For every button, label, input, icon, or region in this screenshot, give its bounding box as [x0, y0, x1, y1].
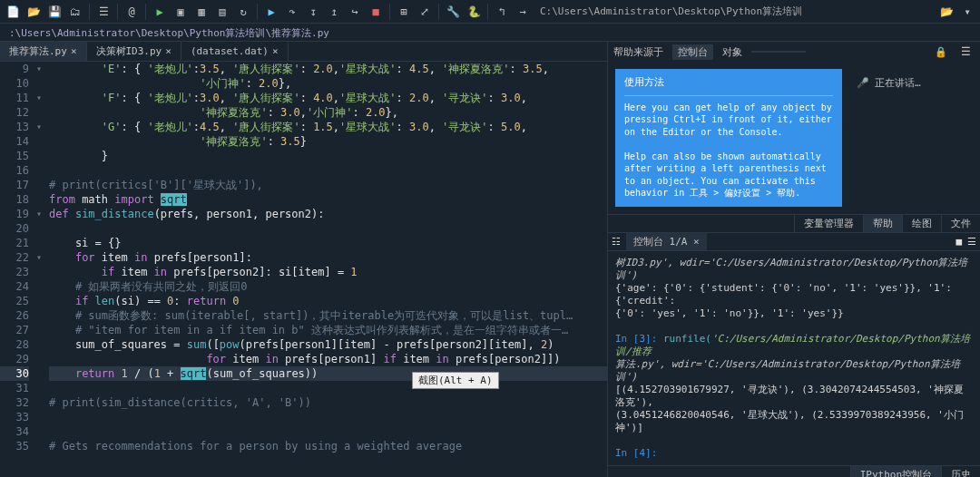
- toolbar-path[interactable]: C:\Users\Administrator\Desktop\Python算法培…: [534, 5, 802, 18]
- fold-column[interactable]: ▾▾▾▾▾: [33, 62, 45, 477]
- console-stop-icon[interactable]: ■: [956, 236, 962, 248]
- help-tab-vars[interactable]: 变量管理器: [794, 215, 863, 232]
- browse-icon[interactable]: 📂: [937, 3, 956, 21]
- rerun-icon[interactable]: ↻: [234, 3, 252, 21]
- code-editor[interactable]: 9101112131415161718192021222324252627282…: [0, 62, 607, 477]
- save-icon[interactable]: 💾: [45, 3, 64, 21]
- run-icon[interactable]: ▶: [151, 3, 169, 21]
- help-header: 帮助来源于 控制台 对象 🔒 ☰: [608, 42, 980, 62]
- help-source-dd[interactable]: 控制台: [672, 44, 713, 60]
- step-over-icon[interactable]: ↷: [283, 3, 301, 21]
- console-collapse-icon[interactable]: ☷: [612, 236, 621, 248]
- close-icon[interactable]: ×: [165, 45, 172, 57]
- cwd-dd-icon[interactable]: ▾: [958, 3, 976, 21]
- close-icon[interactable]: ×: [272, 45, 279, 57]
- mic-icon: 🎤: [857, 77, 869, 89]
- console-panel: ☷ 控制台 1/A × ■ ☰ 树ID3.py', wdir='C:/Users…: [608, 233, 980, 477]
- stop-icon[interactable]: ■: [367, 3, 385, 21]
- close-icon[interactable]: ×: [71, 45, 77, 57]
- help-panel: 帮助来源于 控制台 对象 🔒 ☰ 使用方法 Here you can get h…: [608, 42, 980, 233]
- file-tab-label: 决策树ID3.py: [96, 44, 162, 58]
- debug-icon[interactable]: ▶: [262, 3, 280, 21]
- run-selection-icon[interactable]: ▤: [213, 3, 231, 21]
- tab-file-1[interactable]: 决策树ID3.py ×: [87, 42, 181, 61]
- new-file-icon[interactable]: 📄: [4, 3, 22, 21]
- help-tab-files[interactable]: 文件: [941, 215, 980, 232]
- console-tabs: ☷ 控制台 1/A × ■ ☰: [608, 233, 980, 251]
- console-btab-history[interactable]: 历史: [941, 466, 980, 477]
- switcher-icon[interactable]: ☰: [94, 3, 113, 21]
- gutter: 9101112131415161718192021222324252627282…: [0, 62, 33, 477]
- help-content: 使用方法 Here you can get help of any object…: [615, 69, 842, 207]
- recording-label: 正在讲话…: [875, 76, 921, 90]
- continue-icon[interactable]: ↪: [346, 3, 364, 21]
- pythonpath-icon[interactable]: 🐍: [465, 3, 483, 21]
- code-body[interactable]: 'E': { '老炮儿':3.5, '唐人街探案': 2.0,'星球大战': 4…: [45, 62, 607, 477]
- file-tab-label: 推荐算法.py: [9, 44, 67, 58]
- console-btab-ipython[interactable]: IPython控制台: [850, 466, 941, 477]
- lock-icon[interactable]: 🔒: [935, 46, 947, 58]
- help-side: 🎤 正在讲话…: [849, 69, 973, 207]
- tab-file-2[interactable]: (dataset.dat) ×: [181, 42, 289, 61]
- parent-dir-icon[interactable]: ↰: [493, 3, 511, 21]
- help-object-label: 对象: [722, 45, 742, 59]
- run-cell-advance-icon[interactable]: ▦: [192, 3, 211, 21]
- screenshot-tooltip: 截图(Alt + A): [412, 372, 499, 389]
- run-cell-icon[interactable]: ▣: [172, 3, 190, 21]
- console-menu-icon[interactable]: ☰: [967, 236, 976, 248]
- step-out-icon[interactable]: ↥: [325, 3, 343, 21]
- step-into-icon[interactable]: ↧: [304, 3, 322, 21]
- breadcrumb-path: :\Users\Administrator\Desktop\Python算法培训…: [0, 24, 980, 42]
- right-pane: 帮助来源于 控制台 对象 🔒 ☰ 使用方法 Here you can get h…: [608, 42, 980, 477]
- help-menu-icon[interactable]: ☰: [956, 43, 975, 61]
- main-toolbar: 📄 📂 💾 🗂 ☰ @ ▶ ▣ ▦ ▤ ↻ ▶ ↷ ↧ ↥ ↪ ■ ⊞ ⤢ 🔧 …: [0, 0, 980, 24]
- layout-icon[interactable]: ⊞: [395, 3, 413, 21]
- console-tab[interactable]: 控制台 1/A ×: [626, 233, 707, 250]
- prefs-icon[interactable]: 🔧: [444, 3, 462, 21]
- console-bottom-tabs: IPython控制台 历史: [608, 465, 980, 477]
- saveall-icon[interactable]: 🗂: [66, 3, 84, 21]
- tab-file-0[interactable]: 推荐算法.py ×: [0, 42, 87, 61]
- file-tabs: 推荐算法.py × 决策树ID3.py × (dataset.dat) ×: [0, 42, 607, 62]
- help-tab-help[interactable]: 帮助: [863, 215, 902, 232]
- help-source-label: 帮助来源于: [613, 45, 663, 59]
- help-title: 使用方法: [624, 76, 833, 90]
- file-tab-label: (dataset.dat): [191, 45, 269, 57]
- open-folder-icon[interactable]: 📂: [24, 3, 43, 21]
- console-output[interactable]: 树ID3.py', wdir='C:/Users/Administrator/D…: [608, 251, 980, 465]
- help-object-input[interactable]: [751, 51, 806, 53]
- help-p2: Help can also be shown automatically aft…: [624, 151, 833, 200]
- find-icon[interactable]: @: [122, 3, 141, 21]
- editor-pane: 推荐算法.py × 决策树ID3.py × (dataset.dat) × 91…: [0, 42, 608, 477]
- help-p1: Here you can get help of any object by p…: [624, 102, 833, 139]
- help-tabs: 变量管理器 帮助 绘图 文件: [608, 214, 980, 232]
- maximize-icon[interactable]: ⤢: [416, 3, 434, 21]
- cwd-next-icon[interactable]: →: [514, 3, 532, 21]
- help-tab-plots[interactable]: 绘图: [902, 215, 941, 232]
